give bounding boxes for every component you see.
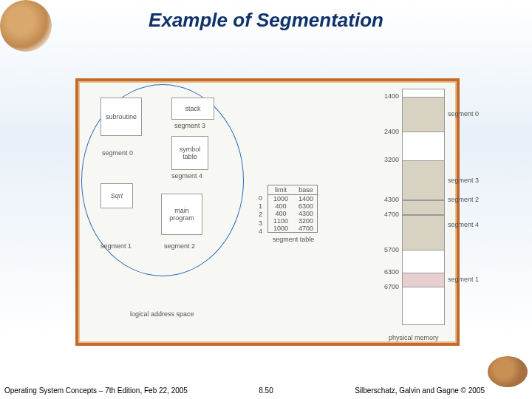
phys-seg-2 [403,200,444,215]
seg-cell: 1100 [268,217,293,225]
segment-1-label: segment 1 [100,242,132,250]
phys-seg-3 [403,160,444,200]
phys-seg-4 [403,215,444,250]
seg-cell: 6300 [293,202,318,210]
phys-addr: 6300 [384,268,399,276]
seg-cell: 3200 [293,217,318,225]
seg-idx: 2 [259,211,262,219]
phys-addr: 3200 [384,156,399,163]
phys-seg-0 [403,97,444,132]
segment-table-indices: 0 1 2 3 4 [259,194,262,236]
phys-addr: 4300 [384,196,399,203]
segment-4-label: segment 4 [171,172,202,180]
footer-right: Silberschatz, Galvin and Gagne © 2005 [355,386,485,395]
segment-0-label: segment 0 [102,149,133,157]
phys-label-seg2: segment 2 [448,196,479,203]
seg-idx: 3 [259,219,262,228]
dinosaur-logo-top [0,0,52,52]
phys-addr: 5700 [384,246,399,253]
main-program-box: main program [161,194,202,235]
physical-memory-caption: physical memory [389,334,439,341]
logical-address-space-caption: logical address space [130,310,194,318]
stack-box: stack [171,98,214,120]
seg-cell: 1000 [268,225,293,232]
seg-cell: 4700 [293,225,318,232]
sqrt-box: Sqrt [100,183,133,208]
phys-label-seg3: segment 3 [448,177,479,184]
figure-frame: subroutine segment 0 stack segment 3 sym… [75,78,460,346]
seg-cell: 400 [268,210,293,217]
segment-table-caption: segment table [267,236,319,243]
footer-left: Operating System Concepts – 7th Edition,… [4,386,188,395]
seg-cell: 400 [268,202,293,210]
phys-label-seg1: segment 1 [448,276,479,283]
phys-addr: 6700 [384,283,399,290]
segment-2-label: segment 2 [164,242,195,250]
phys-addr: 2400 [384,128,399,135]
symbol-table-box: symbol table [171,136,208,170]
phys-label-seg4: segment 4 [448,221,479,228]
seg-cell: 1400 [293,195,318,202]
segment-3-label: segment 3 [174,122,205,129]
dinosaur-logo-bottom [488,356,528,387]
seg-cell: 1000 [268,195,293,202]
phys-label-seg0: segment 0 [448,110,479,117]
segment-table: 0 1 2 3 4 limit base 1000 1400 400 6300 … [267,185,319,243]
slide-title: Example of Segmentation [149,9,383,32]
phys-seg-1 [403,273,444,287]
col-base: base [293,185,318,195]
phys-addr: 4700 [384,211,399,218]
col-limit: limit [268,185,293,195]
phys-addr: 1400 [384,92,399,100]
seg-idx: 1 [259,202,262,211]
seg-idx: 0 [259,194,262,202]
segment-table-grid: limit base 1000 1400 400 6300 400 4300 1… [267,185,318,233]
footer-center: 8.50 [259,386,273,395]
seg-cell: 4300 [293,210,318,217]
physical-memory-column [402,89,445,325]
physical-memory: 1400 2400 3200 4300 4700 5700 6300 6700 … [402,81,445,340]
subroutine-box: subroutine [100,98,142,136]
seg-idx: 4 [259,228,262,236]
